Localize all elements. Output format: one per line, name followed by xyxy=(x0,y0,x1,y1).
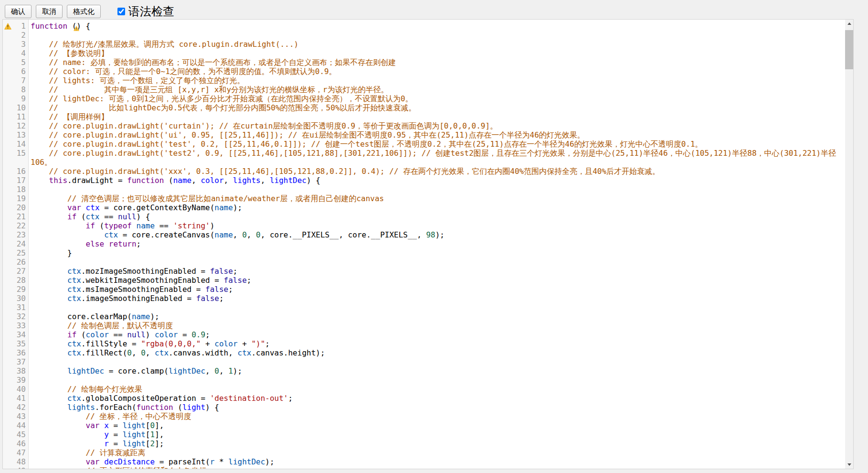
code-text[interactable]: else return; xyxy=(29,239,845,248)
line-number[interactable]: 1 xyxy=(12,22,29,31)
line-number[interactable]: 34 xyxy=(12,330,29,339)
code-text[interactable]: // 【参数说明】 xyxy=(29,49,845,58)
line-number[interactable]: 49 xyxy=(12,466,29,469)
code-text[interactable]: // 清空色调层；也可以修改成其它层比如animate/weather层，或者用… xyxy=(29,194,845,203)
line-number[interactable]: 36 xyxy=(12,348,29,357)
code-text[interactable]: // core.plugin.drawLight('test2', 0.9, [… xyxy=(29,149,845,167)
code-text[interactable]: ctx.mozImageSmoothingEnabled = false; xyxy=(29,267,845,276)
line-number[interactable]: 35 xyxy=(12,339,29,348)
line-number[interactable]: 41 xyxy=(12,394,29,403)
code-text[interactable]: ctx.fillRect(0, 0, ctx.canvas.width, ctx… xyxy=(29,348,845,357)
code-text[interactable]: ctx.globalCompositeOperation = 'destinat… xyxy=(29,394,845,403)
line-number[interactable]: 27 xyxy=(12,267,29,276)
line-number[interactable]: 25 xyxy=(12,248,29,258)
line-number[interactable]: 32 xyxy=(12,312,29,321)
line-number[interactable]: 2 xyxy=(12,31,29,40)
line-number[interactable]: 10 xyxy=(12,103,29,112)
line-number[interactable]: 26 xyxy=(12,258,29,267)
code-text[interactable] xyxy=(29,258,845,267)
line-number[interactable]: 17 xyxy=(12,176,29,185)
code-text[interactable]: // core.plugin.drawLight('xxx', 0.3, [[2… xyxy=(29,167,845,176)
code-text[interactable]: ctx.imageSmoothingEnabled = false; xyxy=(29,294,845,303)
code-text[interactable]: if (color == null) color = 0.9; xyxy=(29,330,845,339)
line-number[interactable]: 11 xyxy=(12,112,29,121)
line-number[interactable]: 7 xyxy=(12,76,29,85)
cancel-button[interactable]: 取消 xyxy=(36,5,63,18)
line-number[interactable]: 21 xyxy=(12,212,29,221)
code-text[interactable] xyxy=(29,376,845,385)
code-text[interactable]: lightDec = core.clamp(lightDec, 0, 1); xyxy=(29,366,845,376)
code-text[interactable]: core.clearMap(name); xyxy=(29,312,845,321)
code-text[interactable]: ctx.webkitImageSmoothingEnabled = false; xyxy=(29,276,845,285)
code-text[interactable]: r = light[2]; xyxy=(29,439,845,448)
line-number[interactable]: 6 xyxy=(12,67,29,76)
code-text[interactable]: // 比如lightDec为0.5代表，每个灯光部分内圈50%的范围全亮，50%… xyxy=(29,103,845,112)
code-text[interactable]: // 绘制每个灯光效果 xyxy=(29,385,845,394)
code-text[interactable]: // 正方形区域的直径和左上角坐标 xyxy=(29,466,845,469)
line-number[interactable]: 5 xyxy=(12,58,29,67)
code-text[interactable]: if (typeof name == 'string') xyxy=(29,221,845,230)
scroll-down-button[interactable] xyxy=(845,461,853,469)
line-number[interactable]: 37 xyxy=(12,357,29,366)
code-text[interactable]: lights.forEach(function (light) { xyxy=(29,403,845,412)
code-text[interactable]: // core.plugin.drawLight('curtain'); // … xyxy=(29,121,845,130)
code-text[interactable]: ctx.fillStyle = "rgba(0,0,0," + color + … xyxy=(29,339,845,348)
line-number[interactable]: 39 xyxy=(12,376,29,385)
line-number[interactable]: 22 xyxy=(12,221,29,230)
line-number[interactable]: 24 xyxy=(12,239,29,248)
line-number[interactable]: 13 xyxy=(12,130,29,140)
code-text[interactable]: function () { xyxy=(29,22,845,31)
code-text[interactable]: // name: 必填，要绘制到的画布名；可以是一个系统画布，或者是个自定义画布… xyxy=(29,58,845,67)
line-number[interactable]: 20 xyxy=(12,203,29,212)
line-number[interactable]: 16 xyxy=(12,167,29,176)
line-number[interactable]: 40 xyxy=(12,385,29,394)
code-text[interactable]: ctx = core.createCanvas(name, 0, 0, core… xyxy=(29,230,845,239)
code-text[interactable]: // core.plugin.drawLight('ui', 0.95, [[2… xyxy=(29,130,845,140)
line-number[interactable]: 12 xyxy=(12,121,29,130)
line-number[interactable]: 14 xyxy=(12,140,29,149)
line-number[interactable]: 47 xyxy=(12,448,29,457)
line-number[interactable]: 3 xyxy=(12,40,29,49)
line-number[interactable]: 44 xyxy=(12,421,29,430)
code-text[interactable]: // 绘制色调层，默认不透明度 xyxy=(29,321,845,330)
code-text[interactable]: var x = light[0], xyxy=(29,421,845,430)
confirm-button[interactable]: 确认 xyxy=(5,5,32,18)
line-number[interactable]: 48 xyxy=(12,457,29,466)
code-text[interactable] xyxy=(29,185,845,194)
code-text[interactable]: // core.plugin.drawLight('test', 0.2, [[… xyxy=(29,140,845,149)
scrollbar-thumb[interactable] xyxy=(845,30,853,69)
line-number[interactable]: 43 xyxy=(12,412,29,421)
code-text[interactable]: ctx.msImageSmoothingEnabled = false; xyxy=(29,285,845,294)
code-text[interactable]: var ctx = core.getContextByName(name); xyxy=(29,203,845,212)
line-number[interactable]: 45 xyxy=(12,430,29,439)
line-number[interactable]: 15 xyxy=(12,149,29,158)
line-number[interactable]: 46 xyxy=(12,439,29,448)
line-number[interactable]: 31 xyxy=(12,303,29,312)
line-number[interactable]: 29 xyxy=(12,285,29,294)
line-number[interactable]: 23 xyxy=(12,230,29,239)
line-number[interactable]: 33 xyxy=(12,321,29,330)
line-number[interactable]: 8 xyxy=(12,85,29,94)
code-text[interactable]: } xyxy=(29,248,845,258)
code-text[interactable]: // 坐标，半径，中心不透明度 xyxy=(29,412,845,421)
line-number[interactable]: 28 xyxy=(12,276,29,285)
line-number[interactable]: 42 xyxy=(12,403,29,412)
line-number[interactable]: 9 xyxy=(12,94,29,103)
code-text[interactable]: this.drawLight = function (name, color, … xyxy=(29,176,845,185)
code-text[interactable]: y = light[1], xyxy=(29,430,845,439)
line-number[interactable]: 30 xyxy=(12,294,29,303)
code-text[interactable]: var decDistance = parseInt(r * lightDec)… xyxy=(29,457,845,466)
code-text[interactable] xyxy=(29,31,845,40)
code-text[interactable]: // 其中每一项是三元组 [x,y,r] x和y分别为该灯光的横纵坐标，r为该灯… xyxy=(29,85,845,94)
line-number[interactable]: 4 xyxy=(12,49,29,58)
code-text[interactable]: // 计算衰减距离 xyxy=(29,448,845,457)
line-number[interactable]: 19 xyxy=(12,194,29,203)
code-text[interactable]: // lightDec: 可选，0到1之间，光从多少百分比才开始衰减（在此范围内… xyxy=(29,94,845,103)
code-text[interactable]: if (ctx == null) { xyxy=(29,212,845,221)
line-number[interactable]: 38 xyxy=(12,366,29,376)
code-text[interactable]: // 【调用样例】 xyxy=(29,112,845,121)
line-number[interactable]: 18 xyxy=(12,185,29,194)
syntax-check-checkbox[interactable] xyxy=(117,8,125,15)
scroll-up-button[interactable] xyxy=(845,20,853,28)
code-text[interactable]: // lights: 可选，一个数组，定义了每个独立的灯光。 xyxy=(29,76,845,85)
